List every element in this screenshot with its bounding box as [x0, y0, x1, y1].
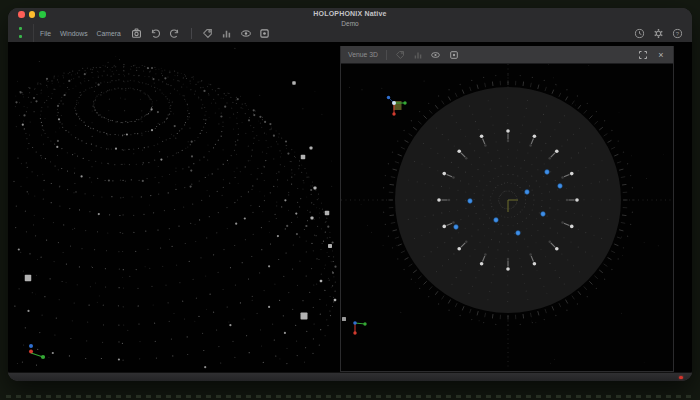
levels-icon[interactable]: [412, 49, 424, 61]
tag-icon[interactable]: [202, 27, 214, 39]
monitor-box-icon[interactable]: [259, 27, 271, 39]
ring-speaker: [442, 172, 446, 176]
ring-speaker: [570, 172, 574, 176]
record-indicator: [679, 376, 683, 380]
speaker-square[interactable]: [320, 280, 323, 283]
ring-speaker: [555, 247, 559, 251]
speaker-square[interactable]: [301, 313, 308, 320]
clock-icon[interactable]: [633, 27, 645, 39]
speaker-square[interactable]: [292, 81, 296, 85]
speaker-square[interactable]: [310, 147, 313, 150]
speaker-square[interactable]: [311, 217, 314, 220]
main-3d-viewport[interactable]: Venue 3D: [8, 42, 692, 372]
speaker-square[interactable]: [334, 299, 337, 302]
close-panel-icon[interactable]: ×: [655, 49, 667, 61]
menu-file[interactable]: File: [40, 30, 51, 37]
redo-icon[interactable]: [169, 27, 181, 39]
ring-speaker: [570, 225, 574, 229]
levels-icon[interactable]: [221, 27, 233, 39]
titlebar: HOLOPHONIX Native Demo File Windows Came…: [8, 8, 692, 42]
ring-speaker: [442, 225, 446, 229]
menu-windows[interactable]: Windows: [60, 30, 88, 37]
eye-icon[interactable]: [430, 49, 442, 61]
ring-speaker: [533, 134, 537, 138]
toolbar: File Windows Camera: [8, 24, 692, 42]
undo-icon[interactable]: [150, 27, 162, 39]
sound-source-dot[interactable]: [541, 212, 546, 217]
speaker-square[interactable]: [328, 244, 332, 248]
world-origin-gizmo: [29, 344, 45, 359]
ring-speaker: [480, 262, 484, 266]
ring-speaker: [480, 134, 484, 138]
ring-speaker: [457, 247, 461, 251]
settings-gear-icon[interactable]: [652, 27, 664, 39]
level-meter: [8, 24, 34, 42]
menu-camera[interactable]: Camera: [97, 30, 121, 37]
sound-source-dot[interactable]: [545, 170, 550, 175]
sound-source-dot[interactable]: [525, 190, 530, 195]
venue-panel-title: Venue 3D: [348, 51, 378, 58]
venue-3d-panel: Venue 3D: [340, 46, 674, 372]
venue-axis-gizmo: [387, 96, 407, 116]
ring-speaker: [437, 198, 441, 202]
window-title: HOLOPHONIX Native: [8, 10, 692, 17]
ring-speaker: [506, 129, 510, 133]
speaker-square[interactable]: [301, 155, 306, 160]
ring-speaker: [575, 198, 579, 202]
ring-speaker: [555, 149, 559, 153]
speaker-square[interactable]: [342, 317, 346, 321]
monitor-box-icon[interactable]: [448, 49, 460, 61]
venue-panel-header[interactable]: Venue 3D: [341, 46, 673, 64]
sound-source-dot[interactable]: [494, 218, 499, 223]
meter-led: [19, 35, 22, 38]
venue-scene: [341, 64, 673, 370]
toolbar-divider: [191, 28, 192, 39]
panel-header-divider: [386, 50, 387, 60]
speaker-square[interactable]: [325, 211, 330, 216]
sound-source-dot[interactable]: [454, 225, 459, 230]
ring-speaker: [533, 262, 537, 266]
sound-source-dot[interactable]: [516, 231, 521, 236]
svg-text:?: ?: [675, 30, 679, 36]
app-window: HOLOPHONIX Native Demo File Windows Came…: [8, 8, 692, 381]
ring-speaker: [457, 149, 461, 153]
meter-led: [19, 27, 22, 30]
desktop-edge-dashes: [6, 395, 694, 398]
ring-speaker: [506, 267, 510, 271]
tag-icon[interactable]: [394, 49, 406, 61]
venue-axis-gizmo-2: [353, 321, 367, 334]
venue-top-view[interactable]: [341, 64, 673, 370]
statusbar: [8, 372, 692, 381]
expand-panel-icon[interactable]: [637, 49, 649, 61]
menubar: File Windows Camera: [40, 30, 121, 37]
eye-icon[interactable]: [240, 27, 252, 39]
sound-source-dot[interactable]: [558, 184, 563, 189]
snapshot-icon[interactable]: [131, 27, 143, 39]
help-icon[interactable]: ?: [671, 27, 683, 39]
speaker-square[interactable]: [25, 275, 32, 282]
speaker-square[interactable]: [314, 187, 317, 190]
sound-source-dot[interactable]: [468, 199, 473, 204]
